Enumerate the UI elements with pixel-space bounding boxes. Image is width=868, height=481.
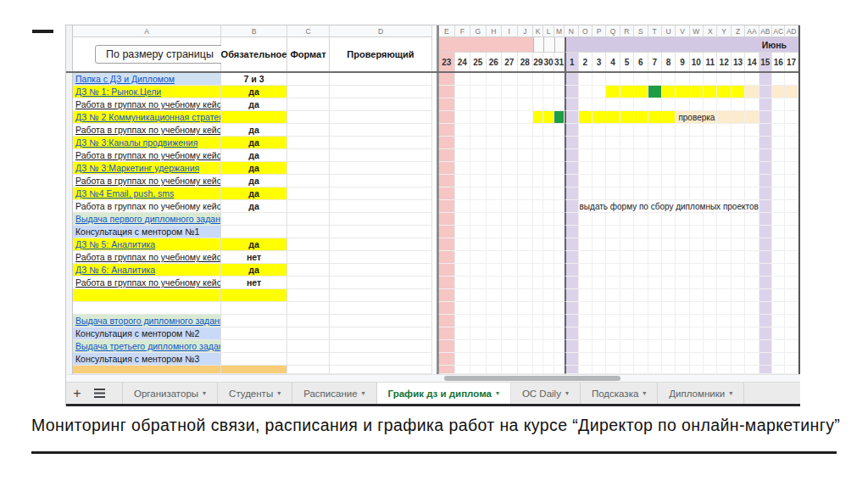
- timeline-cell[interactable]: [554, 353, 565, 366]
- timeline-cell[interactable]: [704, 264, 717, 277]
- timeline-cell[interactable]: [606, 226, 620, 238]
- required-value-cell[interactable]: да: [221, 238, 287, 251]
- timeline-cell[interactable]: [690, 340, 704, 353]
- timeline-cell[interactable]: [704, 251, 717, 264]
- timeline-cell[interactable]: [785, 315, 798, 327]
- timeline-cell[interactable]: [620, 353, 634, 366]
- timeline-cell[interactable]: [455, 124, 471, 137]
- date-cell[interactable]: 7: [648, 53, 662, 71]
- timeline-cell[interactable]: [662, 137, 676, 149]
- timeline-cell[interactable]: [518, 251, 534, 264]
- column-letter-cell[interactable]: O: [579, 25, 593, 37]
- reviewer-cell[interactable]: [330, 302, 432, 315]
- timeline-cell[interactable]: [606, 340, 620, 353]
- timeline-cell[interactable]: [533, 187, 543, 200]
- timeline-cell[interactable]: [606, 98, 620, 111]
- timeline-cell[interactable]: [565, 187, 578, 200]
- timeline-cell[interactable]: [745, 175, 759, 187]
- timeline-cell[interactable]: [593, 289, 606, 302]
- column-letter-cell[interactable]: Y: [717, 25, 731, 37]
- timeline-cell[interactable]: [606, 137, 620, 149]
- reviewer-cell[interactable]: [330, 175, 432, 187]
- timeline-cell[interactable]: [455, 200, 471, 213]
- column-letter-cell[interactable]: Q: [606, 25, 620, 37]
- gantt-bar-cell[interactable]: [620, 86, 634, 98]
- timeline-cell[interactable]: [606, 289, 620, 302]
- timeline-cell[interactable]: [554, 162, 565, 175]
- reviewer-cell[interactable]: [330, 353, 432, 366]
- timeline-cell[interactable]: [732, 124, 745, 137]
- task-label-cell[interactable]: Выдача первого дипломного задания: [73, 213, 221, 226]
- timeline-cell[interactable]: [543, 366, 554, 374]
- timeline-cell[interactable]: [554, 264, 565, 277]
- timeline-cell[interactable]: [487, 175, 503, 187]
- timeline-cell[interactable]: [704, 200, 717, 213]
- timeline-cell[interactable]: [690, 315, 704, 327]
- date-cell[interactable]: 27: [502, 53, 518, 71]
- timeline-cell[interactable]: [760, 86, 772, 98]
- task-label-cell[interactable]: ДЗ № 2 Коммуникационная стратегия: [73, 111, 221, 124]
- timeline-cell[interactable]: [704, 149, 717, 162]
- timeline-cell[interactable]: [620, 327, 634, 340]
- timeline-cell[interactable]: [620, 149, 634, 162]
- timeline-cell[interactable]: [502, 200, 518, 213]
- timeline-cell[interactable]: [785, 353, 798, 366]
- timeline-cell[interactable]: [634, 213, 648, 226]
- timeline-cell[interactable]: [634, 289, 648, 302]
- timeline-cell[interactable]: [518, 111, 534, 124]
- timeline-cell[interactable]: [717, 327, 731, 340]
- timeline-cell[interactable]: [579, 175, 593, 187]
- timeline-cell[interactable]: [543, 175, 554, 187]
- timeline-cell[interactable]: [502, 187, 518, 200]
- timeline-cell[interactable]: [772, 251, 785, 264]
- format-cell[interactable]: [287, 366, 330, 374]
- timeline-cell[interactable]: [676, 277, 689, 289]
- timeline-cell[interactable]: [543, 238, 554, 251]
- timeline-cell[interactable]: [470, 213, 487, 226]
- task-label-cell[interactable]: Работа в группах по учебному кейсу: [73, 149, 221, 162]
- timeline-cell[interactable]: [760, 73, 772, 86]
- timeline-cell[interactable]: [732, 200, 745, 213]
- timeline-cell[interactable]: [533, 277, 543, 289]
- timeline-cell[interactable]: [565, 251, 578, 264]
- timeline-cell[interactable]: [543, 124, 554, 137]
- timeline-cell[interactable]: [518, 73, 534, 86]
- timeline-cell[interactable]: [502, 277, 518, 289]
- timeline-cell[interactable]: [606, 187, 620, 200]
- timeline-cell[interactable]: [565, 366, 578, 374]
- timeline-cell[interactable]: [690, 175, 704, 187]
- timeline-cell[interactable]: [620, 175, 634, 187]
- gantt-bar-cell[interactable]: [690, 111, 704, 124]
- timeline-cell[interactable]: [717, 315, 731, 327]
- date-cell[interactable]: 26: [487, 53, 503, 71]
- timeline-cell[interactable]: [760, 200, 772, 213]
- timeline-cell[interactable]: [439, 353, 455, 366]
- timeline-cell[interactable]: [745, 98, 759, 111]
- timeline-cell[interactable]: [439, 340, 455, 353]
- timeline-cell[interactable]: [554, 302, 565, 315]
- required-value-cell[interactable]: да: [221, 98, 287, 111]
- timeline-cell[interactable]: [690, 353, 704, 366]
- timeline-cell[interactable]: [565, 73, 578, 86]
- timeline-cell[interactable]: [606, 251, 620, 264]
- timeline-cell[interactable]: [455, 251, 471, 264]
- timeline-cell[interactable]: [732, 73, 745, 86]
- timeline-cell[interactable]: [760, 111, 772, 124]
- gantt-bar-cell[interactable]: [732, 86, 745, 98]
- timeline-cell[interactable]: [554, 73, 565, 86]
- column-letter-cell[interactable]: W: [690, 25, 704, 37]
- required-value-cell[interactable]: [221, 366, 287, 374]
- timeline-cell[interactable]: [455, 162, 471, 175]
- date-cell[interactable]: 9: [676, 53, 689, 71]
- timeline-cell[interactable]: [772, 277, 785, 289]
- timeline-cell[interactable]: [690, 366, 704, 374]
- timeline-cell[interactable]: [533, 137, 543, 149]
- timeline-cell[interactable]: [785, 226, 798, 238]
- timeline-cell[interactable]: [533, 124, 543, 137]
- timeline-cell[interactable]: [785, 124, 798, 137]
- timeline-cell[interactable]: [593, 200, 606, 213]
- timeline-cell[interactable]: [772, 302, 785, 315]
- timeline-cell[interactable]: [518, 289, 534, 302]
- timeline-cell[interactable]: [606, 124, 620, 137]
- timeline-cell[interactable]: [676, 340, 689, 353]
